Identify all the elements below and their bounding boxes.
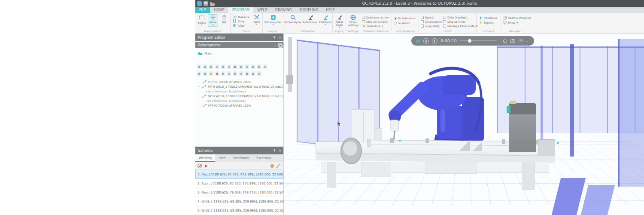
editor-toolbar-icon[interactable] <box>221 64 225 69</box>
statement-row[interactable]: − PATH WELD_1 TOOL0 UFRAME0 (pcs 8 field… <box>195 84 283 89</box>
schema-tab-externals[interactable]: Externals <box>253 154 275 162</box>
schema-tab-welding[interactable]: Welding <box>195 154 215 162</box>
slider-knob[interactable] <box>468 39 471 43</box>
pathanalyzer-button[interactable]: PathAnalyzer <box>284 14 301 24</box>
collapse-icon[interactable]: − <box>198 85 200 89</box>
tab-program[interactable]: PROGRAM <box>228 7 254 13</box>
editor-toolbar-icon[interactable] <box>233 71 237 76</box>
subprogram-item-main[interactable]: Main <box>198 52 213 55</box>
tab-home[interactable]: HOME <box>210 7 228 13</box>
add-subprogram-icon[interactable]: + <box>273 43 276 47</box>
editor-toolbar-icon[interactable] <box>209 64 213 69</box>
schema-row[interactable]: 3: Near, [-1188.625, 76.039, 248.473], [… <box>195 188 283 197</box>
camera-icon[interactable] <box>510 39 515 43</box>
pin-icon[interactable] <box>273 149 276 152</box>
interfaces-button[interactable]: Interfaces <box>479 15 497 20</box>
statement-row[interactable]: − PATH WELD_2 TOOL0 UFRAME0 (pcs 8 field… <box>195 94 283 98</box>
editor-toolbar-icon[interactable] <box>245 64 249 69</box>
editor-toolbar-icon[interactable] <box>257 64 261 69</box>
viewport-3d[interactable]: 0:00:10 ▾ <box>284 34 644 215</box>
measure-button[interactable]: Measure <box>233 15 249 19</box>
tab-weld[interactable]: WELD <box>253 7 271 13</box>
detectors-dropdown[interactable]: Detectors ▾ <box>362 24 383 28</box>
editor-toolbar-icon[interactable] <box>221 71 225 76</box>
visibility-eye-icon[interactable] <box>518 39 523 43</box>
editor-toolbar-icon[interactable] <box>239 64 243 69</box>
editor-toolbar-icon[interactable] <box>263 64 267 69</box>
run-icon[interactable] <box>205 164 208 168</box>
pathtools-button[interactable]: PathTools ▾ <box>319 14 332 26</box>
editor-toolbar-icon[interactable] <box>215 64 219 69</box>
close-icon[interactable]: × <box>278 34 282 41</box>
collapse-icon[interactable]: − <box>198 95 200 98</box>
statement-row[interactable]: <no references, 8 positions> <box>195 89 283 94</box>
statement-row[interactable]: PTP P2 TOOL0 UFRAME0 100% <box>195 103 283 108</box>
tools-dropdown-arrow[interactable]: ▾ <box>251 23 262 26</box>
record-icon[interactable] <box>503 40 507 43</box>
tab-modeling[interactable]: MODELING <box>296 7 322 13</box>
detectors-active-checkbox[interactable]: Detectors Active <box>362 15 389 19</box>
move-dropdown-arrow[interactable]: ▾ <box>208 24 218 26</box>
playback-settings-gear-icon[interactable] <box>416 39 420 43</box>
record-dot-icon[interactable] <box>270 164 274 168</box>
statement-row[interactable]: <no references, 8 positions> <box>195 98 283 103</box>
select-button[interactable]: Select ▾ <box>197 14 207 27</box>
editor-toolbar-icon[interactable] <box>239 71 243 76</box>
signals-button[interactable]: Signals <box>479 20 494 25</box>
schema-tab-path[interactable]: Path <box>215 154 229 162</box>
tools-button[interactable]: Tools ▾ <box>251 14 262 26</box>
editor-toolbar-icon[interactable] <box>197 71 201 76</box>
schema-tab-pathfinder[interactable]: PathFinder <box>229 154 253 162</box>
align-button[interactable]: Align <box>233 23 245 28</box>
editor-toolbar-icon[interactable] <box>257 71 261 76</box>
stop-on-collision-checkbox[interactable]: Stop on collision <box>362 19 389 24</box>
robot-code-button[interactable]: Robot Code ▾ <box>333 14 346 29</box>
speed-checkbox[interactable]: Speed <box>421 15 434 19</box>
pathimporter-button[interactable]: PathImporter ▾ <box>264 14 283 26</box>
visibility-dropdown-arrow[interactable]: ▾ <box>526 40 528 43</box>
play-button[interactable] <box>432 38 437 44</box>
color-highlight-checkbox[interactable]: Color Highlight <box>443 15 468 19</box>
editor-toolbar-icon[interactable] <box>251 64 255 69</box>
playback-slider[interactable] <box>460 40 497 41</box>
restore-windows-button[interactable]: Restore Windows <box>503 15 531 20</box>
editor-toolbar-icon[interactable] <box>245 71 249 76</box>
schema-row[interactable]: 5: WldE, [-1188.625, 68.385, 229.995], [… <box>195 206 283 215</box>
snap-button[interactable]: Snap <box>233 19 245 23</box>
message-panel-output-checkbox[interactable]: Message Panel Output <box>443 24 477 28</box>
schema-row[interactable]: 4: WldS, [-1188.625, 68.385, 229.995], [… <box>195 197 283 206</box>
pathtools-dropdown-arrow[interactable]: ▾ <box>319 24 332 26</box>
editor-toolbar-icon[interactable] <box>203 64 207 69</box>
tab-file[interactable]: FILE <box>195 7 210 13</box>
skip-to-start-button[interactable] <box>423 38 429 44</box>
editor-toolbar-icon[interactable] <box>215 71 219 76</box>
tab-drawing[interactable]: DRAWING <box>271 7 296 13</box>
pathsolver-button[interactable]: PathSolver <box>302 14 318 24</box>
show-dropdown[interactable]: Show ▾ <box>503 20 518 25</box>
close-icon[interactable]: × <box>278 147 282 154</box>
spline-icon[interactable] <box>276 163 281 169</box>
stop-at-limits-checkbox[interactable]: Stop at limits <box>443 19 465 24</box>
acceleration-checkbox[interactable]: Acceleration <box>421 19 442 24</box>
editor-toolbar-icon[interactable] <box>197 64 201 69</box>
singularity-checkbox[interactable]: Singularity <box>421 24 440 28</box>
jog-button[interactable]: Jog <box>219 14 229 23</box>
editor-toolbar-icon[interactable] <box>233 64 237 69</box>
editor-toolbar-icon[interactable] <box>209 71 213 76</box>
copy-subprogram-icon[interactable] <box>278 43 282 47</box>
move-button[interactable]: Move ▾ <box>208 14 218 27</box>
select-dropdown-arrow[interactable]: ▾ <box>197 24 207 27</box>
pin-icon[interactable] <box>273 36 276 39</box>
editor-toolbar-icon[interactable] <box>203 71 207 76</box>
schema-row[interactable]: 1: Via, [-1188.625, 87.520, 476.189], [1… <box>195 170 283 179</box>
tab-help[interactable]: HELP <box>322 7 338 13</box>
schema-row[interactable]: 2: Appr, [-1188.625, 87.520, 276.189], [… <box>195 179 283 188</box>
global-settings-button[interactable]: Global Settings <box>346 14 360 27</box>
disable-icon[interactable] <box>197 164 202 168</box>
statement-row[interactable]: PTP P1 TOOL0 UFRAME0 100% <box>195 80 283 84</box>
robot-code-dropdown-arrow[interactable]: ▾ <box>333 27 346 29</box>
editor-toolbar-icon[interactable] <box>251 71 255 76</box>
editor-toolbar-icon[interactable] <box>227 64 231 69</box>
to-world-radio[interactable]: To World <box>394 21 410 25</box>
pathimporter-dropdown-arrow[interactable]: ▾ <box>264 24 283 26</box>
